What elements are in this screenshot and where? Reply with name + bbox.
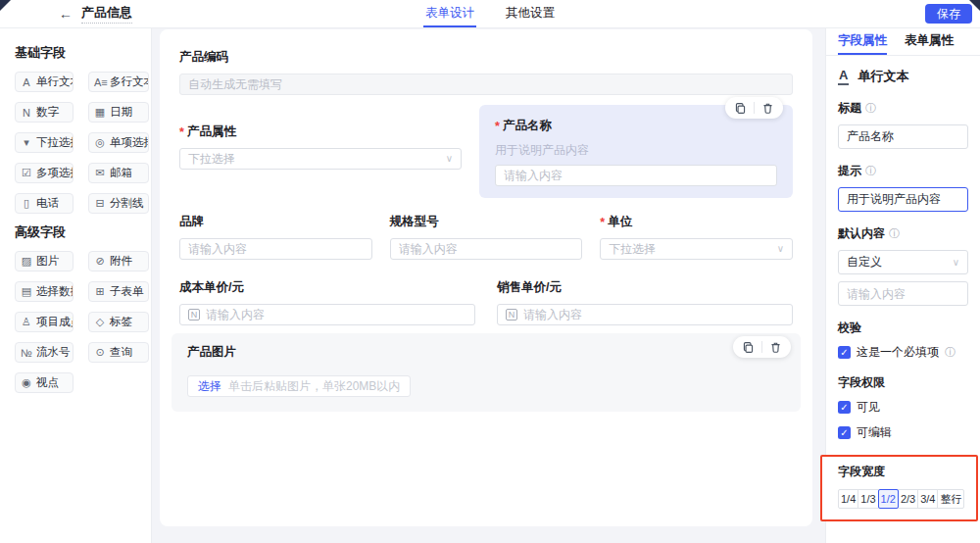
sidebar-item-label: 附件 <box>110 254 132 269</box>
info-icon[interactable]: ⓘ <box>945 345 956 360</box>
divider-icon: ⊟ <box>94 197 106 210</box>
sidebar-item-member[interactable]: ♙ 项目成员 <box>15 312 74 332</box>
group-label: 默认内容 <box>838 225 885 242</box>
form-field[interactable]: 产品属性 下拉选择 ∨ <box>179 105 462 198</box>
sidebar-item-label: 选择数据 <box>36 284 74 299</box>
sidebar-section: 高级字段 ▨ 图片 ⊘ 附件 ▤ 选择数据 ⊞ 子表单 ♙ 项目成员 ◇ 标签 … <box>15 223 151 393</box>
product-code-input[interactable] <box>179 74 793 95</box>
product-image-field[interactable]: 产品图片 选择 单击后粘贴图片，单张20MB以内 <box>172 333 801 412</box>
sidebar-item-multi-choice[interactable]: ☑ 多项选择 <box>15 163 74 183</box>
sidebar-item-date[interactable]: ▦ 日期 <box>88 102 149 123</box>
sidebar-item-viewpoint[interactable]: ◉ 视点 <box>15 372 74 393</box>
spec-model-input[interactable] <box>390 238 583 260</box>
save-button[interactable]: 保存 <box>925 4 972 24</box>
editable-checkbox[interactable]: ✓ <box>838 426 851 439</box>
width-option-整行[interactable]: 整行 <box>937 489 964 509</box>
product-attribute-select[interactable]: 下拉选择 ∨ <box>179 148 462 170</box>
chevron-down-icon: ∨ <box>777 244 784 254</box>
width-option-1/2[interactable]: 1/2 <box>878 489 899 509</box>
field-label: 产品属性 <box>179 123 462 140</box>
sidebar-section-title: 高级字段 <box>15 223 151 241</box>
sidebar-item-query[interactable]: ⊙ 查询 <box>88 342 149 363</box>
form-field[interactable]: 产品编码 <box>179 49 793 95</box>
sidebar-item-label: 邮箱 <box>110 166 132 180</box>
corner-fold-right <box>969 0 980 11</box>
corner-fold-left <box>0 0 11 11</box>
width-option-2/3[interactable]: 2/3 <box>898 489 918 509</box>
image-upload-area[interactable]: 选择 单击后粘贴图片，单张20MB以内 <box>187 375 411 397</box>
group-label: 提示 <box>838 163 861 179</box>
copy-icon[interactable] <box>734 102 747 115</box>
field-help-text: 用于说明产品内容 <box>495 142 777 159</box>
tab-form-properties[interactable]: 表单属性 <box>905 28 954 55</box>
sidebar-item-attachment[interactable]: ⊘ 附件 <box>88 251 149 272</box>
default-value-input[interactable] <box>838 281 968 306</box>
date-icon: ▦ <box>94 106 106 119</box>
product-name-input[interactable] <box>495 165 777 186</box>
sidebar-item-phone[interactable]: ▯ 电话 <box>15 193 74 214</box>
field-label: 品牌 <box>179 214 372 230</box>
width-option-1/4[interactable]: 1/4 <box>838 489 858 509</box>
sidebar-item-single-line-text[interactable]: A 单行文本 <box>15 72 74 92</box>
field-library-sidebar: 基础字段 A 单行文本 A≡ 多行文本 N 数字 ▦ 日期 ▾ 下拉选择 ◎ 单… <box>0 28 152 543</box>
sidebar-section-title: 基础字段 <box>15 44 151 62</box>
pill-divider <box>761 341 762 353</box>
sidebar-item-select-data[interactable]: ▤ 选择数据 <box>15 281 74 302</box>
upload-hint: 单击后粘贴图片，单张20MB以内 <box>228 378 400 395</box>
brand-input[interactable] <box>179 238 372 260</box>
choose-file-link[interactable]: 选择 <box>198 378 221 395</box>
sidebar-item-multi-line-text[interactable]: A≡ 多行文本 <box>88 72 149 92</box>
form-field[interactable]: 规格型号 <box>390 214 583 260</box>
number-icon: N <box>506 309 517 321</box>
info-icon[interactable]: ⓘ <box>865 101 876 116</box>
sidebar-item-label: 流水号 <box>36 345 71 360</box>
field-width-group-annotated: 字段宽度 1/41/31/22/33/4整行 <box>820 455 978 521</box>
copy-icon[interactable] <box>742 341 755 354</box>
sidebar-item-email[interactable]: ✉ 邮箱 <box>88 163 149 183</box>
sidebar-item-divider[interactable]: ⊟ 分割线 <box>88 193 149 214</box>
sidebar-item-label: 数字 <box>36 105 59 120</box>
field-actions-pill <box>725 97 783 119</box>
sidebar-item-image[interactable]: ▨ 图片 <box>15 251 74 272</box>
field-type-label: 单行文本 <box>858 68 908 85</box>
number-icon: N <box>21 107 32 119</box>
sidebar-item-subform[interactable]: ⊞ 子表单 <box>88 281 149 302</box>
trash-icon[interactable] <box>769 341 782 354</box>
sidebar-item-serial-number[interactable]: № 流水号 <box>15 342 74 363</box>
hint-input[interactable] <box>838 187 968 212</box>
title-group: 标题 ⓘ <box>838 100 968 149</box>
tab-field-properties[interactable]: 字段属性 <box>838 28 887 55</box>
sidebar-item-number[interactable]: N 数字 <box>15 102 74 123</box>
form-field[interactable]: 成本单价/元 N 请输入内容 <box>179 279 475 325</box>
image-icon: ▨ <box>21 255 32 268</box>
tab-form-design[interactable]: 表单设计 <box>423 0 476 27</box>
tab-other-settings[interactable]: 其他设置 <box>504 0 557 27</box>
field-label: 产品编码 <box>179 49 793 66</box>
required-checkbox[interactable]: ✓ <box>838 346 851 359</box>
title-input[interactable] <box>838 124 968 149</box>
sidebar-item-dropdown[interactable]: ▾ 下拉选择 <box>15 132 74 153</box>
visible-checkbox[interactable]: ✓ <box>838 401 851 414</box>
sale-price-input[interactable]: N 请输入内容 <box>497 304 793 325</box>
form-field[interactable]: 销售单价/元 N 请输入内容 <box>497 279 793 325</box>
info-icon[interactable]: ⓘ <box>865 164 876 178</box>
width-option-1/3[interactable]: 1/3 <box>858 489 878 509</box>
form-field[interactable]: 单位 下拉选择 ∨ <box>600 214 793 260</box>
sidebar-item-tag[interactable]: ◇ 标签 <box>88 312 149 332</box>
form-field[interactable]: 品牌 <box>179 214 372 260</box>
default-type-select[interactable]: 自定义 ∨ <box>838 250 968 274</box>
header-tabs: 表单设计 其他设置 <box>423 0 557 27</box>
sidebar-item-label: 图片 <box>36 254 59 269</box>
cost-price-input[interactable]: N 请输入内容 <box>179 304 475 325</box>
sidebar-item-label: 日期 <box>110 105 132 120</box>
back-button[interactable]: ← 产品信息 <box>59 4 132 24</box>
chevron-down-icon: ∨ <box>953 258 959 268</box>
info-icon[interactable]: ⓘ <box>889 226 900 241</box>
selected-form-field[interactable]: 产品名称 用于说明产品内容 <box>479 105 793 198</box>
unit-select[interactable]: 下拉选择 ∨ <box>600 238 793 260</box>
trash-icon[interactable] <box>761 102 774 115</box>
query-icon: ⊙ <box>94 346 106 359</box>
width-option-3/4[interactable]: 3/4 <box>917 489 938 509</box>
input-placeholder: 请输入内容 <box>523 307 582 323</box>
sidebar-item-single-choice[interactable]: ◎ 单项选择 <box>88 132 149 153</box>
